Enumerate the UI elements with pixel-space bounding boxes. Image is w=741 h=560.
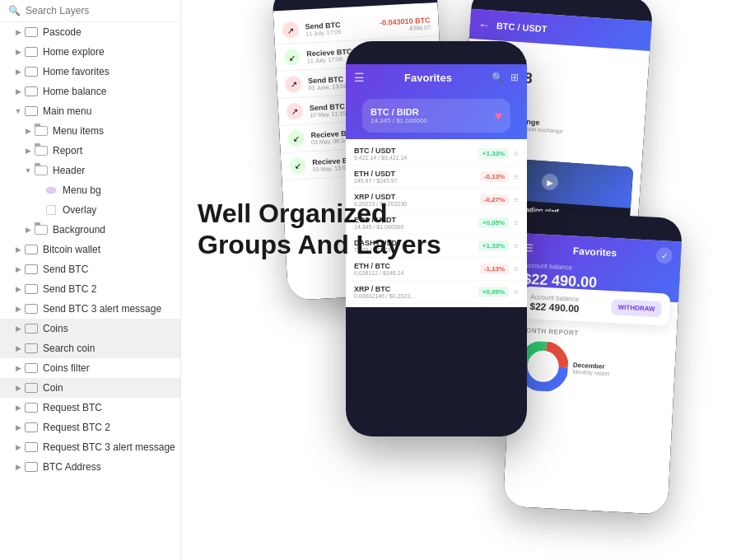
layer-label: Coin (43, 382, 63, 394)
list-item[interactable]: BTC / USDT 9,421.14 / $9,421.14 +1,33% ≡ (346, 142, 527, 166)
list-item[interactable]: ETH / BTC 0.026112 / $246.24 -1,13% ≡ (346, 258, 527, 281)
row-menu-icon[interactable]: ≡ (514, 149, 519, 158)
layer-label: Home balance (43, 86, 106, 97)
list-item[interactable]: XRP / BTC 0.00002146 / $0.2023... +0,09%… (346, 281, 527, 304)
favorites-title: Favorites (404, 72, 452, 84)
layer-coins[interactable]: ▶ Coins (0, 319, 180, 338)
layer-report[interactable]: ▶ Report (0, 141, 180, 161)
search-icon: 🔍 (8, 5, 21, 16)
header-icons: 🔍 ⊞ (492, 72, 519, 83)
layer-bitcoin-wallet[interactable]: ▶ Bitcoin wallet (0, 240, 180, 259)
layer-label: Header (53, 165, 85, 176)
heart-icon[interactable]: ♥ (495, 109, 503, 124)
favorites-header-top: ☰ Favorites 🔍 ⊞ (354, 71, 519, 84)
layer-request-btc3[interactable]: ▶ Request BTC 3 alert message (0, 437, 180, 457)
screen-icon (25, 105, 38, 118)
screen-icon (25, 322, 38, 335)
phone-notch (541, 0, 583, 12)
layer-label: Request BTC 2 (43, 422, 110, 433)
cat-title: BTC / USDT (496, 21, 548, 34)
tx-receive-icon: ↙ (287, 130, 305, 147)
layer-send-btc2[interactable]: ▶ Send BTC 2 (0, 279, 180, 299)
layer-label: Report (53, 145, 82, 156)
row-menu-icon[interactable]: ≡ (514, 218, 519, 227)
list-item[interactable]: ETH / USDT 245.97 / $245.97 -0,13% ≡ (346, 166, 527, 189)
page-title: Well Organized Groups And Layers (198, 198, 441, 261)
row-menu-icon[interactable]: ≡ (514, 172, 519, 181)
layer-label: Send BTC 2 (43, 283, 96, 295)
phone-notch (334, 0, 376, 3)
layer-menu-items[interactable]: ▶ Menu items (0, 121, 180, 141)
center-text: Well Organized Groups And Layers (198, 198, 441, 261)
layer-request-btc2[interactable]: ▶ Request BTC 2 (0, 418, 180, 437)
layer-label: Pascode (43, 26, 82, 38)
tx-receive-icon: ↙ (283, 49, 301, 66)
layer-label: Send BTC 3 alert message (43, 303, 161, 315)
expand-arrow: ▶ (13, 304, 23, 314)
layer-overlay[interactable]: ▶ Overlay (0, 200, 180, 220)
expand-arrow: ▼ (23, 166, 33, 175)
verified-icon: ✓ (655, 247, 673, 264)
change-badge: -0,13% (480, 171, 509, 182)
row-menu-icon[interactable]: ≡ (514, 241, 519, 250)
phone-notch (579, 220, 621, 234)
screen-icon (25, 45, 38, 58)
screen-icon (25, 401, 38, 414)
folder-icon (35, 144, 48, 157)
layer-label: Search coin (43, 343, 95, 354)
screen-icon (25, 85, 38, 98)
expand-arrow: ▶ (13, 403, 23, 413)
expand-arrow: ▶ (13, 442, 23, 452)
row-menu-icon[interactable]: ≡ (514, 264, 519, 273)
layer-label: Home explore (43, 46, 105, 58)
screen-icon (25, 342, 38, 355)
layer-pascode[interactable]: ▶ Pascode (0, 22, 180, 42)
layer-main-menu[interactable]: ▼ Main menu (0, 101, 180, 121)
layer-label: Send BTC (43, 264, 88, 275)
layer-btc-address[interactable]: ▶ BTC Address (0, 457, 180, 477)
qr-icon[interactable]: ⊞ (510, 72, 519, 83)
layer-home-favorites[interactable]: ▶ Home favorites (0, 62, 180, 82)
layer-coins-filter[interactable]: ▶ Coins filter (0, 358, 180, 378)
withdraw-button[interactable]: WITHDRAW (611, 299, 662, 317)
screen-icon (25, 460, 38, 474)
row-menu-icon[interactable]: ≡ (514, 195, 519, 204)
layer-request-btc[interactable]: ▶ Request BTC (0, 398, 180, 418)
acc-title: Favorites (573, 245, 618, 259)
expand-arrow: ▼ (13, 106, 23, 116)
expand-arrow: ▶ (13, 343, 23, 353)
coin-pair-info: BTC / USDT 9,421.14 / $9,421.14 (354, 147, 478, 161)
layer-menu-bg[interactable]: ▶ Menu bg (0, 180, 180, 200)
account-card: Account balance $22 490.00 WITHDRAW (521, 286, 671, 325)
search-bar[interactable]: 🔍 (0, 0, 180, 22)
featured-coin-card[interactable]: BTC / BIDR 14,345 / $1.000000 ♥ (362, 99, 510, 133)
expand-arrow: ▶ (13, 67, 23, 77)
screen-icon (25, 362, 38, 375)
layer-header[interactable]: ▼ Header (0, 161, 180, 180)
layer-coin[interactable]: ▶ Coin (0, 378, 180, 398)
menu-icon[interactable]: ☰ (354, 71, 365, 84)
layer-search-coin[interactable]: ▶ Search coin (0, 338, 180, 358)
chart-legend: December Monthly report (572, 362, 610, 376)
expand-arrow: ▶ (13, 47, 23, 57)
layer-send-btc3[interactable]: ▶ Send BTC 3 alert message (0, 299, 180, 319)
layer-home-explore[interactable]: ▶ Home explore (0, 42, 180, 62)
layer-send-btc[interactable]: ▶ Send BTC (0, 259, 180, 279)
search-icon[interactable]: 🔍 (492, 72, 504, 83)
row-menu-icon[interactable]: ≡ (514, 287, 519, 296)
layer-label: Coins (43, 323, 68, 334)
acc-card-value: $22 490.00 (529, 301, 580, 315)
expand-arrow: ▶ (23, 225, 33, 235)
tx-send-icon: ↗ (287, 103, 304, 120)
screen-icon (25, 421, 38, 434)
layer-background[interactable]: ▶ Background (0, 220, 180, 240)
play-button[interactable]: ▶ (541, 173, 558, 190)
expand-arrow: ▶ (13, 363, 23, 373)
layer-home-balance[interactable]: ▶ Home balance (0, 82, 180, 101)
search-input[interactable] (26, 5, 172, 16)
change-badge: +0,05% (478, 217, 509, 228)
back-icon[interactable]: ← (478, 17, 490, 31)
change-badge: +1,33% (478, 240, 509, 251)
screen-icon (25, 302, 38, 315)
coin-card-info: BTC / BIDR 14,345 / $1.000000 (370, 107, 427, 124)
